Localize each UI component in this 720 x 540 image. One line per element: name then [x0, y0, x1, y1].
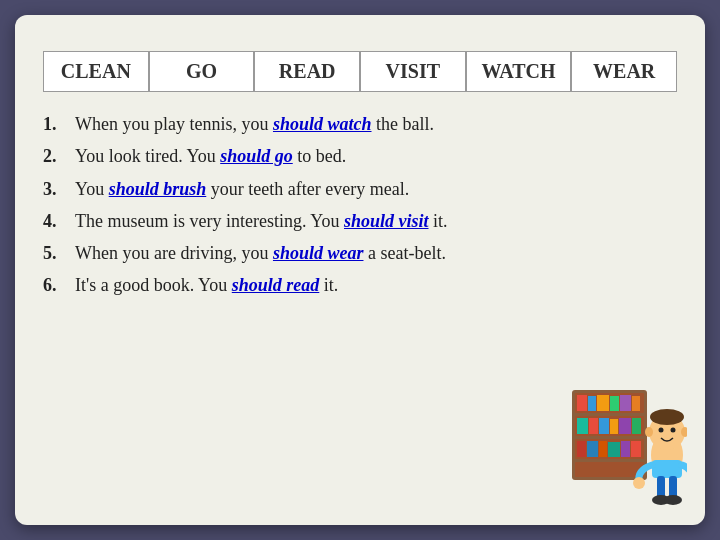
svg-rect-22	[631, 441, 641, 457]
list-item: 5.When you are driving, you should wear …	[43, 241, 677, 265]
sentence-list: 1.When you play tennis, you should watch…	[43, 112, 677, 298]
svg-point-31	[633, 477, 645, 489]
svg-rect-13	[599, 418, 609, 434]
svg-rect-11	[577, 418, 588, 434]
list-item: 3.You should brush your teeth after ever…	[43, 177, 677, 201]
sentence-number: 1.	[43, 112, 67, 136]
answer-text: should read	[232, 275, 320, 295]
svg-rect-21	[621, 441, 630, 457]
svg-point-28	[671, 428, 676, 433]
list-item: 1.When you play tennis, you should watch…	[43, 112, 677, 136]
character-illustration	[567, 360, 687, 509]
sentence-text: It's a good book. You should read it.	[75, 273, 338, 297]
svg-rect-8	[610, 396, 619, 411]
slide: CLEANGOREADVISITWATCHWEAR 1.When you pla…	[15, 15, 705, 525]
sentence-number: 3.	[43, 177, 67, 201]
sentence-text: The museum is very interesting. You shou…	[75, 209, 448, 233]
word-row: CLEANGOREADVISITWATCHWEAR	[43, 51, 677, 92]
sentence-text: When you are driving, you should wear a …	[75, 241, 446, 265]
list-item: 4.The museum is very interesting. You sh…	[43, 209, 677, 233]
word-cell: VISIT	[360, 51, 466, 92]
sentence-number: 4.	[43, 209, 67, 233]
svg-rect-20	[608, 442, 620, 457]
svg-rect-17	[577, 441, 586, 457]
svg-rect-14	[610, 419, 618, 434]
answer-text: should visit	[344, 211, 429, 231]
svg-rect-15	[619, 418, 631, 434]
svg-rect-24	[652, 460, 682, 478]
svg-point-26	[650, 409, 684, 425]
sentence-text: You look tired. You should go to bed.	[75, 144, 346, 168]
list-item: 6.It's a good book. You should read it.	[43, 273, 677, 297]
svg-point-36	[664, 495, 682, 505]
svg-point-27	[659, 428, 664, 433]
svg-rect-18	[587, 441, 598, 457]
svg-rect-4	[575, 462, 644, 477]
svg-rect-5	[577, 395, 587, 411]
word-cell: WEAR	[571, 51, 677, 92]
sentence-text: When you play tennis, you should watch t…	[75, 112, 434, 136]
svg-point-29	[645, 427, 653, 437]
svg-rect-19	[599, 441, 607, 457]
word-cell: WATCH	[466, 51, 572, 92]
answer-text: should watch	[273, 114, 372, 134]
list-item: 2.You look tired. You should go to bed.	[43, 144, 677, 168]
svg-rect-9	[620, 395, 631, 411]
sentence-number: 2.	[43, 144, 67, 168]
sentence-number: 5.	[43, 241, 67, 265]
answer-text: should wear	[273, 243, 364, 263]
answer-text: should brush	[109, 179, 207, 199]
answer-text: should go	[220, 146, 293, 166]
word-cell: CLEAN	[43, 51, 149, 92]
sentence-number: 6.	[43, 273, 67, 297]
sentence-text: You should brush your teeth after every …	[75, 177, 409, 201]
word-cell: GO	[149, 51, 255, 92]
svg-rect-16	[632, 418, 641, 434]
svg-rect-6	[588, 396, 596, 411]
svg-rect-7	[597, 395, 609, 411]
svg-rect-12	[589, 418, 598, 434]
word-cell: READ	[254, 51, 360, 92]
svg-rect-10	[632, 396, 640, 411]
